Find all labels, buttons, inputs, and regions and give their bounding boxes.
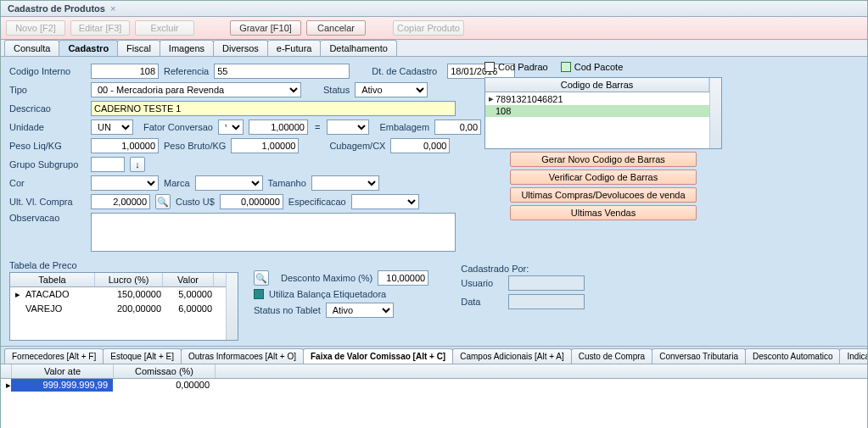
tipo-select[interactable]: 00 - Mercadoria para Revenda: [91, 82, 301, 97]
barcode-row[interactable]: ▸7891321046821: [485, 92, 709, 105]
label-tamanho: Tamanho: [268, 178, 306, 188]
barcode-panel: Cod Padrao Cod Pacote Codigo de Barras ▸…: [484, 62, 722, 223]
novo-button[interactable]: Novo [F2]: [6, 20, 65, 36]
statustab-select[interactable]: Ativo: [326, 303, 394, 318]
window-title: Cadastro de Produtos: [8, 3, 105, 14]
price-table: Tabela Lucro (%) Valor ▸ ATACADO 150,000…: [9, 272, 238, 341]
barcode-header: Codigo de Barras: [485, 78, 709, 92]
tab-cadastro[interactable]: Cadastro: [59, 40, 118, 56]
bg-row[interactable]: ▸ 999.999.999,99 0,00000: [1, 379, 867, 392]
btab-conversao[interactable]: Conversao Tributaria: [652, 348, 746, 364]
label-gruposub: Grupo Subgrupo: [9, 159, 86, 170]
pesobruto-input[interactable]: [231, 138, 299, 153]
price-cell: VAREJO: [20, 303, 98, 314]
label-unidade: Unidade: [9, 122, 86, 132]
btab-outras[interactable]: Outras Informacoes [Alt + O]: [181, 348, 304, 364]
label-fator: Fator Conversao: [143, 122, 213, 132]
label-statustab: Status no Tablet: [254, 305, 321, 315]
price-h-valor: Valor: [163, 273, 214, 286]
scrollbar[interactable]: [709, 78, 721, 148]
btab-custo[interactable]: Custo de Compra: [571, 348, 652, 364]
label-ultcompra: Ult. Vl. Compra: [9, 197, 86, 207]
down-arrow-icon[interactable]: ↓: [130, 157, 145, 172]
btab-fornecedores[interactable]: Fornecedores [Alt + F]: [4, 348, 104, 364]
tamanho-select[interactable]: [311, 175, 379, 191]
especif-select[interactable]: [351, 194, 419, 209]
descmax-input[interactable]: [378, 270, 428, 286]
fator-op-select[interactable]: *: [218, 120, 244, 135]
bg-h-comissao: Comissao (%): [114, 364, 216, 378]
label-descmax: Desconto Maximo (%): [281, 273, 372, 283]
bg-h-valor: Valor ate: [12, 364, 114, 378]
descricao-input[interactable]: [91, 101, 456, 116]
tab-imagens[interactable]: Imagens: [160, 40, 214, 56]
cancelar-button[interactable]: Cancelar: [306, 20, 366, 36]
price-row[interactable]: ▸ ATACADO 150,00000 5,00000: [10, 287, 226, 302]
top-tabstrip: Consulta Cadastro Fiscal Imagens Diverso…: [1, 40, 867, 57]
barcode-grid: Codigo de Barras ▸7891321046821 108: [484, 77, 722, 149]
btab-campos[interactable]: Campos Adicionais [Alt + A]: [452, 348, 572, 364]
tab-efutura[interactable]: e-Futura: [267, 40, 322, 56]
label-pesoliq: Peso Liq/KG: [9, 141, 86, 151]
label-obs: Observacao: [9, 213, 86, 223]
data-display: [508, 294, 585, 309]
verificar-barcode-button[interactable]: Verificar Codigo de Barras: [510, 170, 697, 185]
editar-button[interactable]: Editar [F3]: [70, 20, 130, 36]
price-row[interactable]: VAREJO 200,00000 6,00000: [10, 302, 226, 315]
label-data: Data: [461, 297, 503, 307]
ultcompra-input[interactable]: [91, 194, 150, 209]
copiar-button[interactable]: Copiar Produto: [393, 20, 464, 36]
gruposub-input[interactable]: [91, 157, 125, 172]
excluir-button[interactable]: Excluir: [135, 20, 194, 36]
unidade2-select[interactable]: [327, 120, 369, 135]
marca-select[interactable]: [195, 175, 263, 191]
tab-consulta[interactable]: Consulta: [4, 40, 59, 56]
cubagem-input[interactable]: [390, 138, 450, 153]
search-icon[interactable]: 🔍: [254, 270, 269, 286]
pesoliq-input[interactable]: [91, 138, 159, 153]
btab-desconto[interactable]: Desconto Automatico: [745, 348, 841, 364]
label-custous: Custo U$: [176, 197, 215, 207]
label-cor: Cor: [9, 178, 86, 188]
barcode-row[interactable]: 108: [485, 105, 709, 117]
btab-estoque[interactable]: Estoque [Alt + E]: [103, 348, 182, 364]
btab-faixa[interactable]: Faixa de Valor Comissao [Alt + C]: [303, 348, 453, 364]
tab-fiscal[interactable]: Fiscal: [117, 40, 160, 56]
unidade-select[interactable]: UN: [91, 120, 133, 135]
chk-cod-padrao[interactable]: Cod Padrao: [484, 62, 548, 72]
product-window: Cadastro de Produtos × Novo [F2] Editar …: [0, 0, 868, 428]
bg-cell-valor[interactable]: 999.999.999,99: [11, 379, 113, 392]
cadastrado-por: Cadastrado Por: Usuario Data: [461, 257, 585, 313]
referencia-input[interactable]: [214, 64, 350, 79]
label-usuario: Usuario: [461, 278, 503, 288]
label-dtcadastro: Dt. de Cadastro: [372, 66, 437, 76]
price-cell: 200,00000: [98, 303, 166, 314]
tab-diversos[interactable]: Diversos: [213, 40, 268, 56]
tab-detalhamento[interactable]: Detalhamento: [320, 40, 397, 56]
ultimas-compras-button[interactable]: Ultimas Compras/Devolucoes de venda: [510, 187, 697, 203]
gerar-barcode-button[interactable]: Gerar Novo Codigo de Barras: [510, 152, 697, 167]
fator-input[interactable]: [249, 120, 308, 135]
scrollbar[interactable]: [226, 273, 238, 340]
cor-select[interactable]: [91, 175, 159, 191]
price-options: 🔍 Desconto Maximo (%) Utiliza Balança Et…: [254, 257, 428, 321]
custous-input[interactable]: [220, 194, 283, 209]
price-section: Tabela de Preco Tabela Lucro (%) Valor ▸…: [9, 257, 238, 341]
label-referencia: Referencia: [164, 66, 209, 76]
label-cubagem: Cubagem/CX: [329, 141, 385, 151]
observacao-input[interactable]: [91, 213, 456, 252]
btab-indicador[interactable]: Indicador de Escala: [839, 348, 867, 364]
chk-cod-pacote[interactable]: Cod Pacote: [561, 62, 623, 72]
price-section-label: Tabela de Preco: [9, 260, 238, 270]
gravar-button[interactable]: Gravar [F10]: [230, 20, 301, 36]
close-icon[interactable]: ×: [110, 3, 115, 14]
codigo-input[interactable]: [91, 64, 159, 79]
label-pesobruto: Peso Bruto/KG: [164, 141, 226, 151]
ultimas-vendas-button[interactable]: Ultimas Vendas: [510, 205, 697, 220]
status-select[interactable]: Ativo: [355, 82, 428, 97]
cadpor-label: Cadastrado Por:: [461, 264, 585, 274]
search-icon[interactable]: 🔍: [155, 194, 171, 209]
price-cell: 150,00000: [98, 288, 166, 301]
embalagem-input[interactable]: [434, 120, 481, 135]
checkbox-icon[interactable]: [254, 289, 264, 299]
